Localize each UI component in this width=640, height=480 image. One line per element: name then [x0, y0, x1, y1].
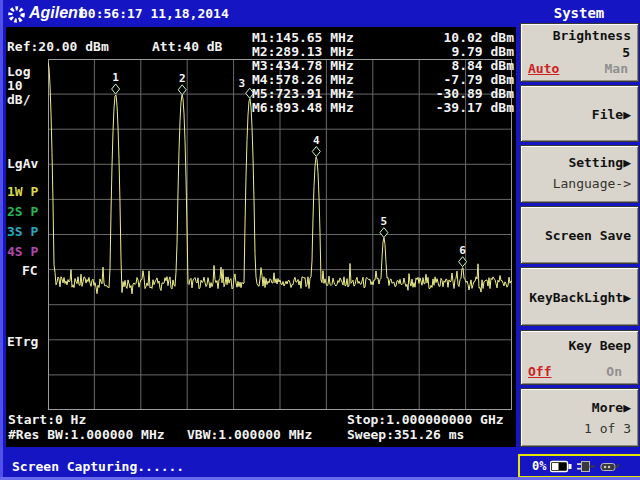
softkey-setting-label: Setting▶ [568, 155, 631, 170]
softkey-keybacklight[interactable]: KeyBackLight▶ [520, 267, 639, 326]
softkey-file-label: File▶ [592, 106, 631, 121]
marker-row: M3:434.78 MHz8.84 dBm [252, 58, 514, 72]
clock-display: 00:56:17 11,18,2014 [80, 6, 229, 21]
marker-row: M6:893.48 MHz-39.17 dBm [252, 100, 514, 114]
softkey-key-beep[interactable]: Key Beep Off On [520, 330, 639, 385]
agilent-spark-icon [7, 5, 26, 24]
battery-percent-label: 0% [532, 459, 546, 473]
softkey-setting[interactable]: Setting▶ Language-> [520, 145, 639, 203]
softkey-key-beep-label: Key Beep [568, 338, 631, 353]
marker-frequency: M6:893.48 MHz [252, 100, 354, 114]
softkey-brightness[interactable]: Brightness 5 Auto Man [520, 23, 639, 82]
marker-frequency: M4:578.26 MHz [252, 72, 354, 86]
softkey-brightness-label: Brightness [553, 28, 631, 43]
svg-text:6: 6 [459, 244, 466, 257]
softkey-file[interactable]: File▶ [520, 85, 639, 142]
softkey-more-label: More▶ [592, 400, 631, 415]
brand-logo-text: Agilent [29, 4, 83, 22]
menu-title: System [518, 5, 640, 21]
marker-row: M5:723.91 MHz-30.89 dBm [252, 86, 514, 100]
marker-amplitude: 10.02 dBm [444, 30, 514, 44]
trace3-status-label: 3S P [7, 225, 38, 239]
marker-frequency: M5:723.91 MHz [252, 86, 354, 100]
ref-level-label: Ref:20.00 dBm [7, 40, 109, 54]
trigger-label: ETrg [7, 335, 38, 349]
softkey-screen-save-label: Screen Save [545, 228, 631, 243]
average-type-label: LgAv [7, 157, 38, 171]
marker-row: M2:289.13 MHz9.79 dBm [252, 44, 514, 58]
dc-power-icon [600, 460, 622, 473]
ac-plug-icon [576, 460, 596, 473]
marker-row: M1:145.65 MHz10.02 dBm [252, 30, 514, 44]
power-status-panel: 0% [518, 454, 640, 478]
marker-row: M4:578.26 MHz-7.79 dBm [252, 72, 514, 86]
softkey-screen-save[interactable]: Screen Save [520, 206, 639, 264]
key-beep-off-option[interactable]: Off [528, 364, 551, 379]
svg-text:2: 2 [179, 72, 186, 85]
trace1-status-label: 1W P [7, 185, 38, 199]
trace4-status-label: 4S P [7, 245, 38, 259]
marker-amplitude: 8.84 dBm [451, 58, 514, 72]
brightness-value: 5 [622, 45, 630, 60]
softkey-keybacklight-label: KeyBackLight▶ [529, 289, 631, 304]
sweep-time-label: Sweep:351.26 ms [347, 428, 464, 442]
marker-frequency: M2:289.13 MHz [252, 44, 354, 58]
battery-icon [550, 460, 572, 473]
scale-type-label: Log [7, 65, 30, 79]
softkey-setting-sublabel: Language-> [553, 176, 631, 191]
trace2-status-label: 2S P [7, 205, 38, 219]
stop-frequency-label: Stop:1.000000000 GHz [347, 413, 504, 427]
marker-amplitude: -39.17 dBm [436, 100, 514, 114]
marker-amplitude: 9.79 dBm [451, 44, 514, 58]
softkey-more-page-indicator: 1 of 3 [584, 421, 631, 436]
display-area: 123456 Ref:20.00 dBm Att:40 dB M1:145.65… [6, 27, 516, 447]
marker-amplitude: -7.79 dBm [444, 72, 514, 86]
marker-amplitude: -30.89 dBm [436, 86, 514, 100]
attenuation-label: Att:40 dB [152, 40, 222, 54]
softkey-more[interactable]: More▶ 1 of 3 [520, 388, 639, 447]
svg-text:4: 4 [313, 134, 320, 147]
rbw-label: #Res BW:1.000000 MHz [8, 428, 165, 442]
coupling-label: FC [22, 264, 38, 278]
status-message: Screen Capturing...... [12, 459, 184, 474]
brightness-auto-option[interactable]: Auto [528, 61, 559, 76]
instrument-screen: Agilent 00:56:17 11,18,2014 System 12345… [0, 0, 640, 480]
key-beep-on-option[interactable]: On [606, 364, 622, 379]
svg-text:3: 3 [238, 77, 245, 90]
marker-frequency: M3:434.78 MHz [252, 58, 354, 72]
scale-value-label: 10 [7, 79, 23, 93]
start-frequency-label: Start:0 Hz [8, 413, 86, 427]
marker-frequency: M1:145.65 MHz [252, 30, 354, 44]
scale-unit-label: dB/ [7, 93, 30, 107]
brightness-man-option[interactable]: Man [605, 61, 628, 76]
svg-text:5: 5 [381, 215, 388, 228]
screen-edge-highlight [0, 0, 3, 480]
svg-text:1: 1 [112, 71, 119, 84]
vbw-label: VBW:1.000000 MHz [187, 428, 312, 442]
